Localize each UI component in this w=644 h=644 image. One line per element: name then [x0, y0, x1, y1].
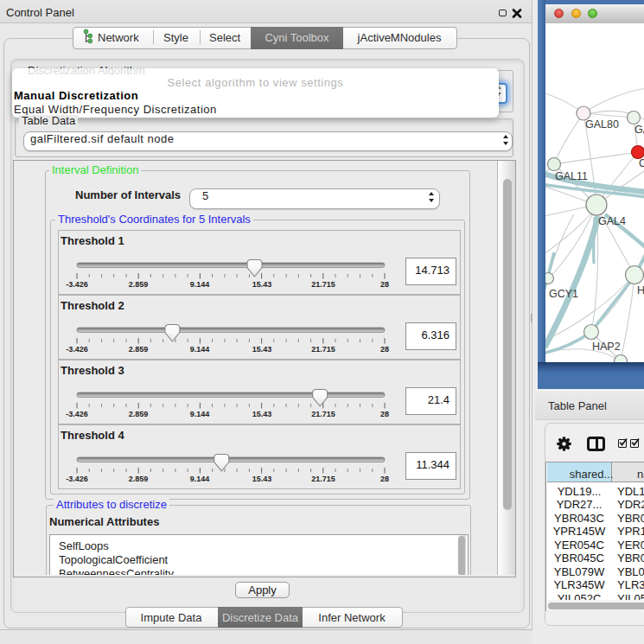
svg-text:GAL4: GAL4 — [598, 215, 626, 227]
svg-text:GA: GA — [634, 124, 644, 136]
svg-text:HA: HA — [637, 284, 644, 296]
svg-text:GCY1: GCY1 — [549, 288, 578, 300]
svg-text:GAL80: GAL80 — [585, 118, 619, 131]
svg-text:HAP2: HAP2 — [592, 341, 621, 353]
svg-text:GAL11: GAL11 — [555, 170, 588, 182]
svg-text:CB: CB — [639, 157, 644, 169]
